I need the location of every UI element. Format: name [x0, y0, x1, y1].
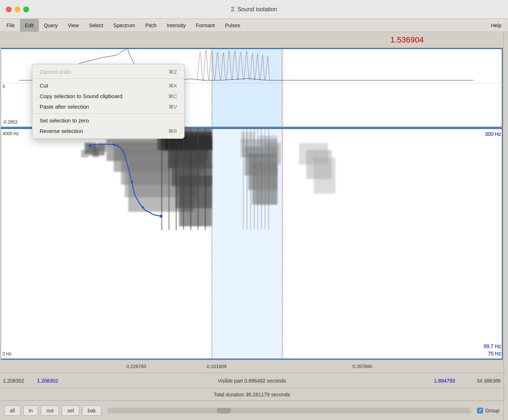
menu-item-edit[interactable]: Edit — [20, 19, 39, 32]
menu-shortcut-copy: ⌘C — [168, 93, 177, 99]
menu-item-pulses[interactable]: Pulses — [220, 19, 245, 32]
menubar: File Edit Query View Select Spectrum Pit… — [0, 19, 508, 32]
menu-shortcut-reverse: ⌘R — [168, 128, 177, 134]
menu-entry-label-cannot-undo: Cannot undo — [40, 69, 71, 75]
menu-shortcut-paste: ⌘V — [169, 104, 177, 110]
menu-item-select[interactable]: Select — [84, 19, 108, 32]
checkbox-check-icon: ✓ — [479, 408, 482, 413]
svg-rect-35 — [246, 128, 247, 230]
svg-rect-21 — [176, 128, 177, 230]
menu-entry-paste[interactable]: Paste after selection ⌘V — [32, 101, 184, 112]
menu-shortcut-cannot-undo: ⌘Z — [169, 69, 177, 75]
duration-text: Total duration 36.281179 seconds — [214, 392, 290, 397]
toolbar-btn-bak[interactable]: bak — [82, 405, 101, 416]
svg-point-49 — [131, 181, 133, 183]
svg-rect-40 — [265, 128, 266, 230]
spectrogram-area[interactable]: 4000 Hz 0 Hz 300 Hz 99.7 Hz 75 Hz — [1, 128, 503, 360]
menu-entry-reverse[interactable]: Reverse selection ⌘R — [32, 126, 184, 136]
svg-rect-37 — [254, 128, 255, 230]
spectrogram-svg — [1, 128, 503, 359]
time-value: 1.536904 — [390, 35, 424, 45]
duration-bar: Total duration 36.281179 seconds — [0, 388, 504, 400]
svg-point-48 — [142, 206, 144, 209]
svg-rect-34 — [243, 128, 244, 230]
menu-item-file[interactable]: File — [1, 19, 20, 32]
menu-entry-cannot-undo: Cannot undo ⌘Z — [32, 66, 184, 77]
svg-rect-20 — [168, 128, 170, 230]
svg-rect-44 — [314, 157, 335, 194]
menu-entry-cut[interactable]: Cut ⌘X — [32, 80, 184, 91]
toolbar-btn-in[interactable]: in — [23, 405, 38, 416]
toolbar-btn-sel[interactable]: sel — [62, 405, 79, 416]
titlebar: 2. Sound isolation — [0, 0, 508, 19]
group-checkbox[interactable]: ✓ Group — [477, 408, 499, 413]
status-left-time: 1.208302 — [3, 378, 36, 384]
menu-item-pitch[interactable]: Pitch — [140, 19, 162, 32]
menu-item-help[interactable]: Help — [486, 19, 507, 32]
window-title: 2. Sound isolation — [231, 6, 277, 13]
minimize-button[interactable] — [15, 7, 20, 12]
status-right-blue-time: 1.894793 — [434, 378, 467, 384]
menu-item-query[interactable]: Query — [39, 19, 63, 32]
svg-point-45 — [89, 144, 92, 147]
ruler-label-1: 0.226793 — [126, 364, 146, 369]
svg-rect-25 — [205, 128, 206, 230]
ruler-label-2: 0.101809 — [207, 364, 226, 369]
svg-rect-38 — [257, 128, 258, 230]
svg-rect-36 — [250, 128, 251, 230]
menu-entry-label-copy: Copy selection to Sound clipboard — [40, 93, 122, 99]
status-bar: 1.208302 1.208302 Visible part 0.686492 … — [0, 373, 504, 388]
toolbar-btn-all[interactable]: all — [4, 405, 20, 416]
svg-rect-22 — [183, 128, 184, 230]
svg-rect-19 — [161, 128, 162, 230]
menu-separator-1 — [32, 78, 184, 79]
svg-rect-39 — [261, 128, 262, 230]
ruler-label-3: 0.357890 — [352, 364, 372, 369]
menu-entry-label-paste: Paste after selection — [40, 104, 89, 110]
maximize-button[interactable] — [23, 7, 29, 12]
spec-blue-border-right — [502, 128, 503, 359]
toolbar-btn-out[interactable]: out — [41, 405, 59, 416]
scroll-thumb[interactable] — [217, 408, 231, 413]
scroll-track[interactable] — [107, 408, 471, 413]
status-center-text: Visible part 0.686492 seconds — [71, 378, 432, 384]
menu-entry-label-cut: Cut — [40, 82, 48, 89]
menu-item-formant[interactable]: Formant — [191, 19, 220, 32]
menu-entry-label-reverse: Reverse selection — [40, 128, 83, 134]
menu-item-intensity[interactable]: Intensity — [162, 19, 191, 32]
menu-entry-label-set-zero: Set selection to zero — [40, 117, 89, 124]
checkbox-icon[interactable]: ✓ — [477, 408, 483, 413]
edit-menu[interactable]: Cannot undo ⌘Z Cut ⌘X Copy selection to … — [32, 64, 185, 139]
window-controls — [6, 7, 29, 12]
status-left-blue-time: 1.208302 — [37, 378, 70, 384]
svg-point-47 — [160, 215, 162, 218]
status-right-time: 34.386386 — [468, 378, 501, 384]
svg-rect-30 — [255, 168, 277, 205]
time-ruler: 0.226793 0.101809 0.357890 — [1, 360, 503, 373]
menu-item-view[interactable]: View — [63, 19, 84, 32]
svg-rect-24 — [197, 128, 199, 230]
main-area: 1.536904 0 -0.2853 — [0, 32, 508, 420]
svg-rect-41 — [268, 128, 269, 230]
menu-item-spectrum[interactable]: Spectrum — [108, 19, 140, 32]
menu-entry-copy[interactable]: Copy selection to Sound clipboard ⌘C — [32, 91, 184, 101]
menu-separator-2 — [32, 113, 184, 114]
right-panel — [504, 32, 508, 420]
spec-blue-border-bottom — [1, 359, 503, 359]
time-display: 1.536904 — [0, 32, 504, 48]
menu-shortcut-cut: ⌘X — [169, 83, 177, 89]
svg-point-46 — [113, 144, 115, 146]
menu-entry-set-zero[interactable]: Set selection to zero — [32, 115, 184, 126]
group-label: Group — [485, 408, 499, 413]
svg-rect-23 — [190, 128, 191, 230]
bottom-toolbar: all in out sel bak ✓ Group — [0, 400, 504, 420]
close-button[interactable] — [6, 7, 12, 12]
